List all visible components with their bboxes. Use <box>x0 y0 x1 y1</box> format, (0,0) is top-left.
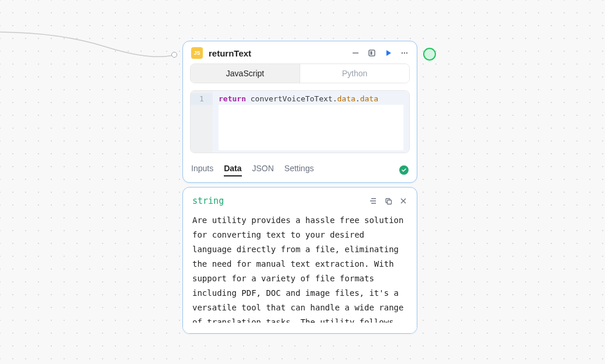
node-title: returnText <box>209 48 346 58</box>
svg-point-4 <box>404 52 405 54</box>
code-editor[interactable]: 1 return convertVoiceToText.data.data <box>190 90 410 153</box>
js-icon: JS <box>191 47 203 59</box>
code-identifier: convertVoiceToText <box>251 94 333 103</box>
tab-settings[interactable]: Settings <box>284 164 314 176</box>
code-prop: data <box>337 94 356 103</box>
input-port[interactable] <box>171 52 177 58</box>
tab-json[interactable]: JSON <box>252 164 274 176</box>
gutter: 1 <box>191 91 213 153</box>
code-prop: data <box>360 94 378 103</box>
layout-icon[interactable] <box>368 49 376 57</box>
close-icon[interactable] <box>399 197 407 205</box>
tab-javascript[interactable]: JavaScript <box>191 64 300 83</box>
svg-rect-10 <box>388 200 392 204</box>
bottom-tab-row: Inputs Data JSON Settings <box>183 160 417 182</box>
code-node: JS returnText JavaScript Python 1 return… <box>182 41 417 183</box>
output-port[interactable] <box>423 48 436 61</box>
svg-point-5 <box>406 52 407 54</box>
svg-point-3 <box>402 52 403 54</box>
more-icon[interactable] <box>400 49 409 57</box>
node-header: JS returnText <box>183 41 417 63</box>
output-panel: string Are u <box>182 187 417 334</box>
code-body[interactable]: return convertVoiceToText.data.data <box>213 91 409 153</box>
line-number: 1 <box>191 93 213 105</box>
language-tabs: JavaScript Python <box>190 63 410 83</box>
list-icon[interactable] <box>369 197 377 205</box>
tab-python[interactable]: Python <box>300 64 409 83</box>
tab-data[interactable]: Data <box>224 164 241 176</box>
copy-icon[interactable] <box>384 197 392 205</box>
code-keyword: return <box>219 94 246 103</box>
output-text: Are utility provides a hassle free solut… <box>192 213 407 334</box>
play-icon[interactable] <box>384 49 392 57</box>
output-type-label: string <box>192 196 224 206</box>
tab-inputs[interactable]: Inputs <box>191 164 213 176</box>
connector-edge <box>0 0 187 70</box>
status-success-icon <box>399 165 409 175</box>
minimize-icon[interactable] <box>351 49 360 57</box>
svg-rect-2 <box>371 51 372 55</box>
